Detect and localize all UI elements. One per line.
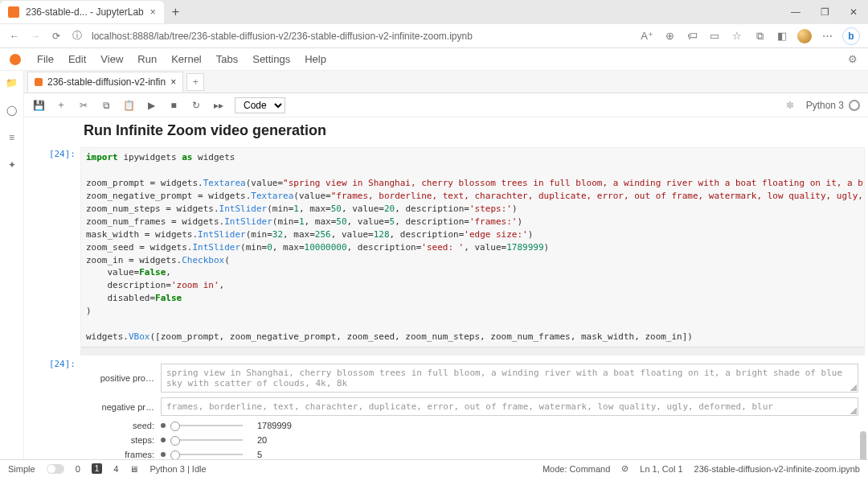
jupyter-logo[interactable] xyxy=(10,54,21,65)
notebook-area: Run Infinite Zoom video generation [24]:… xyxy=(24,117,868,459)
cut-cell-button[interactable]: ✂ xyxy=(77,100,90,111)
back-button[interactable]: ← xyxy=(8,31,21,42)
slider-knob-icon xyxy=(161,423,166,428)
document-tabs: 236-stable-diffusion-v2-infin × + xyxy=(24,71,868,93)
browser-titlebar: 236-stable-d... - JupyterLab × + — ❐ ✕ xyxy=(0,0,868,24)
browser-tab-title: 236-stable-d... - JupyterLab xyxy=(26,6,144,18)
menu-run[interactable]: Run xyxy=(131,50,163,68)
interrupt-kernel-button[interactable]: ■ xyxy=(167,100,180,111)
new-launcher-button[interactable]: + xyxy=(186,73,204,91)
menu-view[interactable]: View xyxy=(94,50,129,68)
status-memory-icon[interactable]: 🖥 xyxy=(129,464,138,474)
shopping-icon[interactable]: 🏷 xyxy=(685,29,699,43)
paste-cell-button[interactable]: 📋 xyxy=(122,100,135,111)
menu-file[interactable]: File xyxy=(31,50,60,68)
close-notebook-tab-icon[interactable]: × xyxy=(170,76,176,88)
kernel-name[interactable]: Python 3 xyxy=(806,100,844,111)
insert-cell-button[interactable]: ＋ xyxy=(55,98,68,112)
frames-value: 5 xyxy=(257,450,262,459)
simple-mode-label: Simple xyxy=(8,464,35,474)
seed-label: seed: xyxy=(82,421,161,430)
menu-help[interactable]: Help xyxy=(298,50,333,68)
profile-avatar[interactable] xyxy=(797,29,812,43)
status-badge: 1 xyxy=(92,463,103,474)
new-tab-button[interactable]: + xyxy=(164,5,187,19)
markdown-heading[interactable]: Run Infinite Zoom video generation xyxy=(84,121,865,141)
status-count-zero: 0 xyxy=(76,464,80,474)
settings-gear-icon[interactable]: ⚙ xyxy=(845,52,860,67)
horizontal-scrollbar[interactable] xyxy=(81,347,864,355)
forward-button[interactable]: → xyxy=(29,31,42,42)
code-cell[interactable]: [24]: import ipywidgets as widgets zoom_… xyxy=(27,147,865,356)
cell-type-select[interactable]: Code xyxy=(235,97,285,113)
notification-bell-icon[interactable]: ⊘ xyxy=(621,463,628,474)
jupyter-menubar: File Edit View Run Kernel Tabs Settings … xyxy=(0,48,868,71)
positive-prompt-textarea[interactable]: spring view in Shanghai, cherry blossom … xyxy=(161,364,858,393)
restart-run-all-button[interactable]: ▸▸ xyxy=(212,100,225,111)
status-bar: Simple 0 1 4 🖥 Python 3 | Idle Mode: Com… xyxy=(0,459,868,477)
window-minimize-button[interactable]: — xyxy=(781,6,810,18)
notebook-icon xyxy=(35,78,43,86)
extensions-icon[interactable]: ◧ xyxy=(775,29,789,43)
url-field[interactable]: localhost:8888/lab/tree/236-stable-diffu… xyxy=(92,31,632,42)
menu-kernel[interactable]: Kernel xyxy=(165,50,208,68)
table-of-contents-icon[interactable]: ≡ xyxy=(5,130,19,145)
window-maximize-button[interactable]: ❐ xyxy=(810,6,839,18)
steps-value: 20 xyxy=(257,435,267,445)
kernel-status-text[interactable]: Python 3 | Idle xyxy=(149,464,206,474)
jupyter-favicon xyxy=(8,6,19,18)
zoom-icon[interactable]: ⊕ xyxy=(662,29,677,43)
input-prompt: [24]: xyxy=(49,149,76,159)
negative-prompt-label: negative pr… xyxy=(82,402,161,412)
file-browser-icon[interactable]: 📁 xyxy=(5,76,19,90)
frames-slider[interactable] xyxy=(170,454,243,455)
text-size-icon[interactable]: A⁺ xyxy=(640,29,654,43)
copy-cell-button[interactable]: ⧉ xyxy=(100,100,113,111)
slider-knob-icon xyxy=(161,438,166,442)
steps-slider[interactable] xyxy=(170,439,243,441)
slider-knob-icon xyxy=(161,452,166,457)
site-info-icon[interactable]: ⓘ xyxy=(71,29,84,43)
window-close-button[interactable]: ✕ xyxy=(839,6,868,18)
status-count-four: 4 xyxy=(113,464,118,474)
save-button[interactable]: 💾 xyxy=(32,100,45,111)
steps-label: steps: xyxy=(82,435,161,445)
reading-list-icon[interactable]: ▭ xyxy=(707,29,722,43)
frames-label: frames: xyxy=(82,450,161,459)
simple-mode-toggle[interactable] xyxy=(47,464,64,474)
output-prompt: [24]: xyxy=(49,359,76,369)
favorites-icon[interactable]: ☆ xyxy=(730,29,744,43)
close-tab-icon[interactable]: × xyxy=(150,6,156,18)
trusted-icon[interactable]: ✽ xyxy=(784,100,796,111)
mode-indicator[interactable]: Mode: Command xyxy=(542,464,610,474)
notebook-tab-title: 236-stable-diffusion-v2-infin xyxy=(47,76,166,88)
refresh-button[interactable]: ⟳ xyxy=(50,31,63,42)
restart-kernel-button[interactable]: ↻ xyxy=(190,100,203,111)
negative-prompt-textarea[interactable]: frames, borderline, text, charachter, du… xyxy=(161,397,858,416)
collections-icon[interactable]: ⧉ xyxy=(752,29,767,43)
kernel-status-icon xyxy=(849,100,860,111)
browser-addressbar: ← → ⟳ ⓘ localhost:8888/lab/tree/236-stab… xyxy=(0,24,868,48)
menu-settings[interactable]: Settings xyxy=(246,50,297,68)
widget-output: positive pro…spring view in Shanghai, ch… xyxy=(80,357,865,459)
more-icon[interactable]: ⋯ xyxy=(820,29,834,43)
cursor-position[interactable]: Ln 1, Col 1 xyxy=(640,464,682,474)
menu-tabs[interactable]: Tabs xyxy=(210,50,244,68)
seed-slider[interactable] xyxy=(170,425,243,426)
code-editor[interactable]: import ipywidgets as widgets zoom_prompt… xyxy=(80,147,865,356)
activity-bar: 📁 ◯ ≡ ✦ xyxy=(0,71,24,459)
bing-chat-button[interactable]: b xyxy=(842,27,860,45)
notebook-toolbar: 💾 ＋ ✂ ⧉ 📋 ▶ ■ ↻ ▸▸ Code ✽ Python 3 xyxy=(24,93,868,117)
seed-value: 1789999 xyxy=(257,421,292,430)
extension-manager-icon[interactable]: ✦ xyxy=(5,158,19,172)
notebook-file-name: 236-stable-diffusion-v2-infinite-zoom.ip… xyxy=(694,464,860,474)
run-cell-button[interactable]: ▶ xyxy=(145,100,158,111)
positive-prompt-label: positive pro… xyxy=(82,373,161,383)
notebook-tab[interactable]: 236-stable-diffusion-v2-infin × xyxy=(27,72,183,93)
browser-tab[interactable]: 236-stable-d... - JupyterLab × xyxy=(0,1,164,23)
vertical-scrollbar[interactable] xyxy=(860,117,866,459)
output-cell: [24]: positive pro…spring view in Shangh… xyxy=(27,357,865,459)
menu-edit[interactable]: Edit xyxy=(62,50,92,68)
running-terminals-icon[interactable]: ◯ xyxy=(5,103,19,117)
